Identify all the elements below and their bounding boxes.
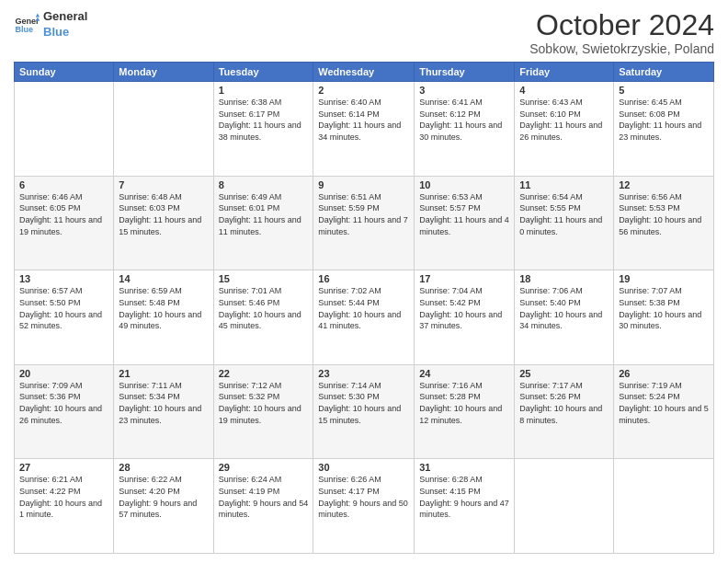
calendar-cell: 4Sunrise: 6:43 AM Sunset: 6:10 PM Daylig… [515,82,614,177]
cell-content: Sunrise: 6:46 AM Sunset: 6:05 PM Dayligh… [19,191,108,237]
cell-content: Sunrise: 6:28 AM Sunset: 4:15 PM Dayligh… [419,474,509,520]
cell-content: Sunrise: 6:49 AM Sunset: 6:01 PM Dayligh… [219,191,309,237]
calendar-cell: 20Sunrise: 7:09 AM Sunset: 5:36 PM Dayli… [15,364,114,459]
calendar-cell: 12Sunrise: 6:56 AM Sunset: 5:53 PM Dayli… [614,176,714,270]
column-header-sunday: Sunday [15,63,114,82]
column-header-monday: Monday [114,63,213,82]
day-number: 20 [19,368,108,379]
calendar-cell: 3Sunrise: 6:41 AM Sunset: 6:12 PM Daylig… [415,82,515,177]
day-number: 3 [419,85,509,96]
calendar-title: October 2024 [529,9,714,41]
calendar-table: SundayMondayTuesdayWednesdayThursdayFrid… [14,62,714,554]
cell-content: Sunrise: 6:56 AM Sunset: 5:53 PM Dayligh… [619,191,709,237]
day-number: 21 [119,368,208,379]
calendar-cell: 28Sunrise: 6:22 AM Sunset: 4:20 PM Dayli… [114,459,213,554]
calendar-cell: 8Sunrise: 6:49 AM Sunset: 6:01 PM Daylig… [213,176,313,270]
cell-content: Sunrise: 7:11 AM Sunset: 5:34 PM Dayligh… [119,380,208,426]
day-number: 4 [519,85,609,96]
calendar-cell: 21Sunrise: 7:11 AM Sunset: 5:34 PM Dayli… [114,364,213,459]
cell-content: Sunrise: 7:12 AM Sunset: 5:32 PM Dayligh… [219,380,309,426]
column-header-wednesday: Wednesday [313,63,415,82]
day-number: 17 [419,273,509,284]
header: General Blue General Blue October 2024 S… [14,9,714,56]
cell-content: Sunrise: 7:01 AM Sunset: 5:46 PM Dayligh… [219,285,309,331]
calendar-week-5: 27Sunrise: 6:21 AM Sunset: 4:22 PM Dayli… [15,459,714,554]
day-number: 14 [119,273,208,284]
column-header-friday: Friday [515,63,614,82]
day-number: 6 [19,179,108,190]
cell-content: Sunrise: 6:22 AM Sunset: 4:20 PM Dayligh… [119,474,208,520]
calendar-cell [515,459,614,554]
calendar-cell: 5Sunrise: 6:45 AM Sunset: 6:08 PM Daylig… [614,82,714,177]
day-number: 5 [619,85,709,96]
calendar-cell: 7Sunrise: 6:48 AM Sunset: 6:03 PM Daylig… [114,176,213,270]
logo: General Blue General Blue [14,9,87,40]
day-number: 16 [318,273,409,284]
cell-content: Sunrise: 7:17 AM Sunset: 5:26 PM Dayligh… [519,380,609,426]
calendar-week-3: 13Sunrise: 6:57 AM Sunset: 5:50 PM Dayli… [15,270,714,365]
day-number: 30 [318,462,409,473]
cell-content: Sunrise: 6:57 AM Sunset: 5:50 PM Dayligh… [19,285,108,331]
title-block: October 2024 Sobkow, Swietokrzyskie, Pol… [529,9,714,56]
day-number: 2 [318,85,409,96]
day-number: 28 [119,462,208,473]
calendar-body: 1Sunrise: 6:38 AM Sunset: 6:17 PM Daylig… [15,82,714,554]
day-number: 11 [519,179,609,190]
cell-content: Sunrise: 6:24 AM Sunset: 4:19 PM Dayligh… [219,474,309,520]
calendar-week-4: 20Sunrise: 7:09 AM Sunset: 5:36 PM Dayli… [15,364,714,459]
day-number: 7 [119,179,208,190]
calendar-cell: 15Sunrise: 7:01 AM Sunset: 5:46 PM Dayli… [213,270,313,365]
calendar-cell: 24Sunrise: 7:16 AM Sunset: 5:28 PM Dayli… [415,364,515,459]
cell-content: Sunrise: 7:09 AM Sunset: 5:36 PM Dayligh… [19,380,108,426]
cell-content: Sunrise: 6:41 AM Sunset: 6:12 PM Dayligh… [419,97,509,143]
calendar-cell: 6Sunrise: 6:46 AM Sunset: 6:05 PM Daylig… [15,176,114,270]
calendar-cell: 25Sunrise: 7:17 AM Sunset: 5:26 PM Dayli… [515,364,614,459]
day-number: 24 [419,368,509,379]
column-header-thursday: Thursday [415,63,515,82]
calendar-cell: 11Sunrise: 6:54 AM Sunset: 5:55 PM Dayli… [515,176,614,270]
cell-content: Sunrise: 6:21 AM Sunset: 4:22 PM Dayligh… [19,474,108,520]
day-number: 10 [419,179,509,190]
svg-marker-2 [36,13,40,17]
calendar-cell: 26Sunrise: 7:19 AM Sunset: 5:24 PM Dayli… [614,364,714,459]
calendar-cell: 19Sunrise: 7:07 AM Sunset: 5:38 PM Dayli… [614,270,714,365]
calendar-cell: 13Sunrise: 6:57 AM Sunset: 5:50 PM Dayli… [15,270,114,365]
cell-content: Sunrise: 6:51 AM Sunset: 5:59 PM Dayligh… [318,191,409,237]
day-number: 18 [519,273,609,284]
logo-line2: Blue [43,25,87,40]
calendar-cell: 18Sunrise: 7:06 AM Sunset: 5:40 PM Dayli… [515,270,614,365]
day-number: 27 [19,462,108,473]
logo-line1: General [43,9,87,25]
cell-content: Sunrise: 7:07 AM Sunset: 5:38 PM Dayligh… [619,285,709,331]
day-number: 12 [619,179,709,190]
calendar-cell: 10Sunrise: 6:53 AM Sunset: 5:57 PM Dayli… [415,176,515,270]
day-number: 23 [318,368,409,379]
calendar-cell: 17Sunrise: 7:04 AM Sunset: 5:42 PM Dayli… [415,270,515,365]
day-number: 25 [519,368,609,379]
cell-content: Sunrise: 7:14 AM Sunset: 5:30 PM Dayligh… [318,380,409,426]
calendar-cell: 29Sunrise: 6:24 AM Sunset: 4:19 PM Dayli… [213,459,313,554]
day-number: 8 [219,179,309,190]
calendar-cell: 14Sunrise: 6:59 AM Sunset: 5:48 PM Dayli… [114,270,213,365]
day-number: 31 [419,462,509,473]
cell-content: Sunrise: 6:54 AM Sunset: 5:55 PM Dayligh… [519,191,609,237]
cell-content: Sunrise: 6:40 AM Sunset: 6:14 PM Dayligh… [318,97,409,143]
calendar-cell: 2Sunrise: 6:40 AM Sunset: 6:14 PM Daylig… [313,82,415,177]
calendar-subtitle: Sobkow, Swietokrzyskie, Poland [529,41,714,56]
calendar-cell [614,459,714,554]
cell-content: Sunrise: 6:38 AM Sunset: 6:17 PM Dayligh… [219,97,309,143]
calendar-cell: 31Sunrise: 6:28 AM Sunset: 4:15 PM Dayli… [415,459,515,554]
calendar-header: SundayMondayTuesdayWednesdayThursdayFrid… [15,63,714,82]
day-number: 29 [219,462,309,473]
day-number: 1 [219,85,309,96]
cell-content: Sunrise: 7:02 AM Sunset: 5:44 PM Dayligh… [318,285,409,331]
calendar-cell: 22Sunrise: 7:12 AM Sunset: 5:32 PM Dayli… [213,364,313,459]
cell-content: Sunrise: 7:16 AM Sunset: 5:28 PM Dayligh… [419,380,509,426]
cell-content: Sunrise: 6:45 AM Sunset: 6:08 PM Dayligh… [619,97,709,143]
column-header-tuesday: Tuesday [213,63,313,82]
cell-content: Sunrise: 6:59 AM Sunset: 5:48 PM Dayligh… [119,285,208,331]
logo-icon: General Blue [14,12,40,38]
cell-content: Sunrise: 6:48 AM Sunset: 6:03 PM Dayligh… [119,191,208,237]
calendar-cell: 1Sunrise: 6:38 AM Sunset: 6:17 PM Daylig… [213,82,313,177]
cell-content: Sunrise: 6:53 AM Sunset: 5:57 PM Dayligh… [419,191,509,237]
